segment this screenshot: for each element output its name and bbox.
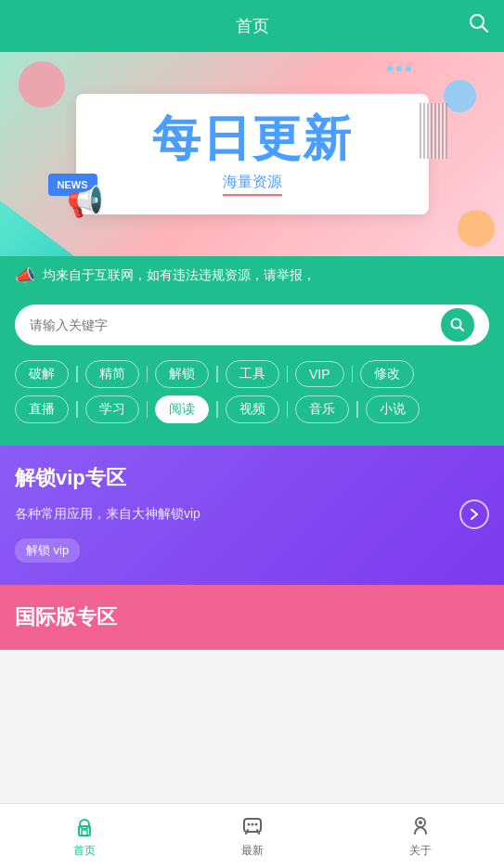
- vip-description: 各种常用应用，来自大神解锁vip: [15, 506, 200, 523]
- notice-text: 均来自于互联网，如有违法违规资源，请举报，: [43, 267, 489, 284]
- banner-card: 每日更新 海量资源 NEWS 📢: [76, 94, 429, 214]
- tag-pojie[interactable]: 破解: [15, 360, 69, 388]
- banner-dots: [387, 66, 411, 71]
- vip-title: 解锁vip专区: [15, 464, 489, 492]
- svg-line-9: [257, 830, 259, 834]
- notice-bar: 📣 均来自于互联网，如有违法违规资源，请举报，: [0, 256, 504, 295]
- tag-divider-6: [76, 401, 78, 418]
- tag-yinyue[interactable]: 音乐: [295, 395, 349, 423]
- barcode-decoration: [420, 103, 447, 159]
- search-bar: [15, 304, 489, 345]
- svg-point-12: [254, 823, 257, 826]
- header: 首页: [0, 0, 504, 52]
- tag-jingjian[interactable]: 精简: [85, 360, 139, 388]
- search-section: [0, 295, 504, 360]
- notice-icon: 📣: [15, 266, 35, 286]
- tag-divider-8: [216, 401, 218, 418]
- tag-jiesuo[interactable]: 解锁: [155, 360, 209, 388]
- tag-xuexi[interactable]: 学习: [85, 395, 139, 423]
- nav-label-latest: 最新: [241, 843, 264, 859]
- svg-line-8: [246, 830, 248, 834]
- tag-divider-5: [352, 366, 354, 382]
- nav-item-about[interactable]: 关于: [336, 806, 504, 866]
- banner-circle-topright: [444, 80, 476, 112]
- tag-xiugai[interactable]: 修改: [360, 360, 414, 388]
- nav-label-about: 关于: [409, 843, 432, 859]
- banner-circle-bottomright: [458, 210, 495, 247]
- page-title: 首页: [236, 15, 269, 37]
- vip-tag[interactable]: 解锁 vip: [15, 538, 80, 563]
- tag-xiaoshuo[interactable]: 小说: [366, 395, 420, 423]
- tag-divider: [76, 366, 78, 382]
- bottom-nav: 首页 最新 关于: [0, 803, 504, 868]
- search-button[interactable]: [441, 308, 474, 342]
- tag-divider-10: [356, 401, 358, 418]
- banner-triangle: [0, 201, 74, 256]
- megaphone-icon: 📢: [67, 184, 104, 219]
- tag-zhibo[interactable]: 直播: [15, 395, 69, 423]
- tags-row-2: 直播 学习 阅读 视频 音乐 小说: [15, 395, 489, 423]
- nav-item-home[interactable]: 首页: [0, 806, 168, 866]
- vip-desc-row: 各种常用应用，来自大神解锁vip: [15, 499, 489, 529]
- svg-point-10: [247, 823, 250, 826]
- nav-item-latest[interactable]: 最新: [168, 806, 336, 866]
- intl-title: 国际版专区: [15, 603, 489, 631]
- tag-shipin[interactable]: 视频: [226, 395, 279, 423]
- tag-gongju[interactable]: 工具: [226, 360, 279, 388]
- tag-vip[interactable]: VIP: [295, 361, 344, 387]
- tag-divider-7: [147, 401, 149, 418]
- svg-line-1: [483, 27, 488, 32]
- tag-divider-3: [216, 366, 218, 382]
- tags-section: 破解 精简 解锁 工具 VIP 修改 直播 学习 阅读 视频 音乐 小说: [0, 360, 504, 446]
- tag-divider-2: [147, 366, 149, 382]
- svg-line-3: [460, 328, 464, 331]
- banner-circle-topleft: [19, 61, 65, 108]
- banner-main-text: 每日更新: [104, 112, 401, 165]
- vip-arrow-button[interactable]: [459, 499, 489, 529]
- svg-point-11: [251, 823, 253, 826]
- vip-section: 解锁vip专区 各种常用应用，来自大神解锁vip 解锁 vip: [0, 446, 504, 585]
- svg-point-5: [80, 820, 89, 829]
- search-input[interactable]: [30, 317, 441, 332]
- tag-divider-4: [287, 366, 289, 382]
- header-search-icon[interactable]: [469, 13, 489, 39]
- tag-divider-9: [287, 401, 289, 418]
- nav-label-home: 首页: [73, 843, 96, 859]
- tags-row-1: 破解 精简 解锁 工具 VIP 修改: [15, 360, 489, 388]
- banner: 每日更新 海量资源 NEWS 📢: [0, 52, 504, 256]
- banner-sub-text: 海量资源: [223, 173, 282, 196]
- intl-section: 国际版专区: [0, 585, 504, 650]
- tag-yuedu[interactable]: 阅读: [155, 395, 209, 423]
- svg-point-14: [419, 821, 422, 824]
